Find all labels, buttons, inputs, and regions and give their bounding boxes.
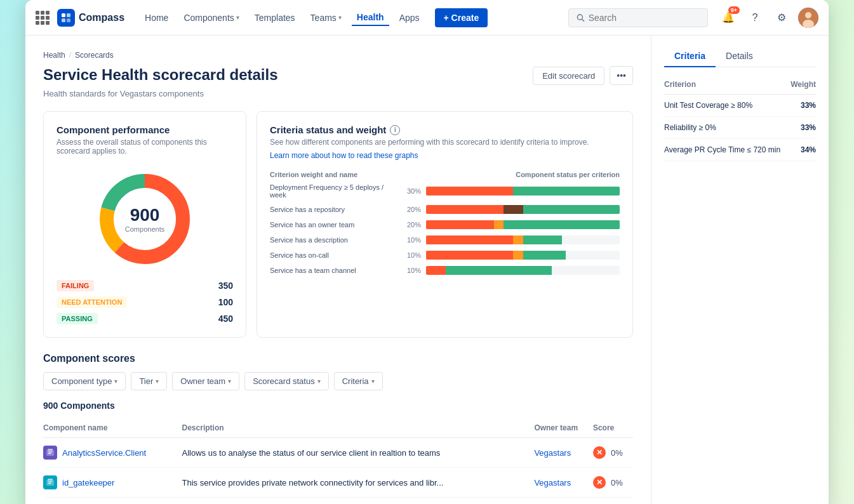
- nav-icons: 🔔 9+ ? ⚙: [718, 8, 818, 28]
- chevron-down-icon: ▾: [371, 378, 375, 385]
- nav-components[interactable]: Components ▾: [178, 10, 244, 25]
- criteria-status-card: Criteria status and weight i See how dif…: [257, 111, 633, 338]
- ellipsis-icon: •••: [617, 70, 626, 81]
- filter-criteria[interactable]: Criteria ▾: [334, 372, 383, 390]
- bar-track-1: [426, 205, 620, 214]
- svg-line-5: [582, 19, 584, 21]
- donut-label: Components: [125, 225, 164, 233]
- bar-pass-2: [504, 220, 620, 229]
- svg-point-7: [805, 12, 811, 18]
- grid-icon[interactable]: [36, 11, 50, 25]
- comp-owner-1[interactable]: Vegastars: [534, 478, 571, 487]
- component-performance-card: Component performance Assess the overall…: [43, 111, 246, 338]
- perf-card-title: Component performance: [57, 124, 233, 135]
- bar-need-4: [513, 251, 523, 260]
- comp-icon-0: [43, 446, 57, 460]
- components-count: 900 Components: [43, 401, 633, 411]
- bar-track-3: [426, 235, 620, 244]
- bar-track-4: [426, 251, 620, 260]
- chevron-down-icon: ▾: [114, 378, 117, 385]
- page-subtitle: Health standards for Vegastars component…: [43, 89, 633, 98]
- filter-scorecard-status[interactable]: Scorecard status ▾: [244, 372, 329, 390]
- bar-pct-5: 10%: [402, 267, 421, 274]
- bar-pass-4: [523, 251, 566, 260]
- donut-legend: FAILING 350 NEED ATTENTION 100 PASSING 4…: [57, 280, 233, 324]
- bar-fail-2: [426, 220, 494, 229]
- svg-rect-2: [62, 18, 65, 22]
- col-name: Component name: [43, 418, 182, 438]
- info-icon[interactable]: i: [390, 125, 400, 135]
- bar-label-4: Service has on-call: [270, 251, 397, 259]
- bar-row-5: Service has a team channel 10%: [270, 266, 620, 275]
- chart-area: Criterion weight and name Component stat…: [270, 171, 620, 275]
- bar-pct-4: 10%: [402, 251, 421, 259]
- tab-criteria[interactable]: Criteria: [664, 46, 716, 67]
- comp-name-cell-1: id_gatekeeper: [43, 475, 182, 489]
- bar-fail-3: [426, 235, 513, 244]
- failing-badge: FAILING: [57, 280, 94, 291]
- nav-apps[interactable]: Apps: [394, 10, 425, 25]
- edit-scorecard-button[interactable]: Edit scorecard: [533, 67, 604, 85]
- svg-rect-0: [62, 13, 65, 17]
- notifications-button[interactable]: 🔔 9+: [718, 8, 738, 28]
- filters-row: Component type ▾Tier ▾Owner team ▾Scorec…: [43, 372, 633, 390]
- search-icon: [577, 13, 585, 22]
- logo[interactable]: Compass: [57, 9, 124, 27]
- bar-fail-5: [426, 266, 446, 275]
- donut-center: 900 Components: [125, 205, 164, 233]
- help-button[interactable]: ?: [745, 8, 765, 28]
- criterion-weight-2: 34%: [789, 139, 816, 161]
- filter-owner-team[interactable]: Owner team ▾: [172, 372, 239, 390]
- bar-need-2: [494, 220, 504, 229]
- criteria-row: Reliability ≥ 0% 33%: [664, 117, 816, 139]
- passing-count: 450: [218, 314, 233, 324]
- tab-details[interactable]: Details: [716, 46, 763, 67]
- bar-need-3: [513, 235, 523, 244]
- criteria-title: Criteria status and weight: [270, 124, 386, 135]
- filters-container: Component type ▾Tier ▾Owner team ▾Scorec…: [43, 372, 383, 390]
- criteria-row: Unit Test Coverage ≥ 80% 33%: [664, 95, 816, 117]
- legend-passing: PASSING 450: [57, 313, 233, 324]
- bar-label-1: Service has a repository: [270, 206, 397, 213]
- criteria-col-criterion: Criterion: [664, 77, 789, 95]
- notification-badge: 9+: [728, 6, 740, 14]
- bar-pass-3: [523, 235, 562, 244]
- legend-failing: FAILING 350: [57, 280, 233, 291]
- comp-link-1[interactable]: id_gatekeeper: [62, 478, 114, 487]
- bar-pct-1: 20%: [402, 206, 421, 213]
- col-owner: Owner team: [534, 418, 593, 438]
- breadcrumb-health[interactable]: Health: [43, 51, 65, 60]
- bar-pass-0: [513, 187, 620, 196]
- chart-col1: Criterion weight and name: [270, 171, 357, 178]
- app-window: Compass Home Components ▾ Templates Team…: [25, 0, 829, 504]
- svg-rect-3: [67, 18, 70, 22]
- score-fail-icon-1: ✕: [593, 476, 606, 489]
- filter-tier[interactable]: Tier ▾: [131, 372, 167, 390]
- nav-teams[interactable]: Teams ▾: [305, 10, 347, 25]
- settings-button[interactable]: ⚙: [771, 8, 792, 28]
- nav-health[interactable]: Health: [352, 10, 389, 26]
- bar-track-2: [426, 220, 620, 229]
- search-input[interactable]: [589, 13, 700, 23]
- nav-templates[interactable]: Templates: [250, 10, 300, 25]
- score-fail-icon-0: ✕: [593, 446, 606, 459]
- comp-owner-0[interactable]: Vegastars: [534, 448, 571, 458]
- table-row: AnalyticsService.Client Allows us to ana…: [43, 438, 633, 468]
- bar-pass-5: [446, 266, 552, 275]
- search-box[interactable]: [568, 8, 708, 27]
- create-button[interactable]: + Create: [435, 8, 488, 27]
- comp-link-0[interactable]: AnalyticsService.Client: [62, 448, 146, 458]
- user-avatar[interactable]: [798, 8, 818, 28]
- more-actions-button[interactable]: •••: [610, 66, 633, 85]
- main-content: Health / Scorecards Service Health score…: [25, 36, 829, 504]
- legend-need: NEED ATTENTION 100: [57, 296, 233, 308]
- donut-chart: 900 Components: [94, 168, 196, 270]
- logo-text: Compass: [79, 12, 124, 23]
- filter-component-type[interactable]: Component type ▾: [43, 372, 126, 390]
- component-scores-title: Component scores: [43, 353, 633, 364]
- nav-home[interactable]: Home: [140, 10, 173, 25]
- bar-pass-1: [523, 205, 620, 214]
- criterion-weight-1: 33%: [789, 117, 816, 139]
- criteria-link[interactable]: Learn more about how to read these graph…: [270, 151, 418, 160]
- bar-track-5: [426, 266, 620, 275]
